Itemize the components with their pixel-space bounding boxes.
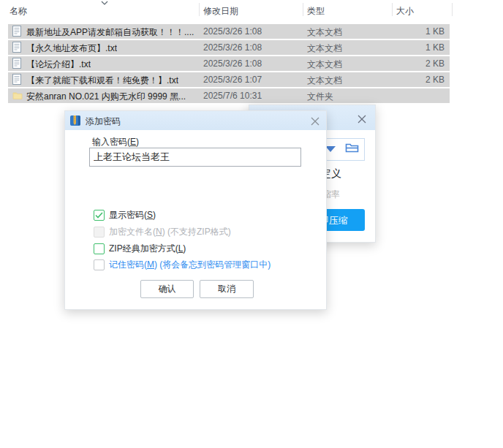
folder-icon: [12, 90, 23, 102]
checkbox-label[interactable]: ZIP经典加密方式(L): [109, 243, 186, 255]
file-size: 2 KB: [374, 58, 445, 69]
checkbox-encrypt-filenames: 加密文件名(N) (不支持ZIP格式): [94, 226, 231, 238]
file-list-header: 名称 修改日期 类型 大小: [0, 0, 503, 19]
file-date: 2025/7/6 10:31: [203, 91, 262, 101]
cancel-button[interactable]: 取消: [200, 280, 254, 298]
text-document-icon: [12, 42, 23, 53]
close-icon[interactable]: [356, 113, 368, 125]
sort-chevron-icon[interactable]: [101, 1, 108, 5]
label-text: 输入密码(: [92, 137, 130, 147]
chevron-down-icon[interactable]: [325, 146, 336, 152]
access-key: E: [130, 137, 136, 147]
password-input-label: 输入密码(E): [92, 136, 139, 148]
add-password-dialog: 添加密码 输入密码(E) 显示密码(S) 加密文件名(N) (不支持ZIP格式)…: [64, 110, 327, 310]
column-separator: [199, 3, 200, 16]
column-separator: [452, 3, 453, 16]
file-row[interactable]: 【论坛介绍】.txt 2025/3/26 1:08 文本文档 2 KB: [8, 56, 450, 71]
file-type: 文本文档: [307, 75, 342, 87]
file-row[interactable]: 【来了就能下载和观看！纯免费！】.txt 2025/3/26 1:07 文本文档…: [8, 72, 450, 87]
column-header-date[interactable]: 修改日期: [203, 5, 238, 18]
file-date: 2025/3/26 1:08: [203, 58, 262, 69]
checkbox-unchecked-icon[interactable]: [94, 243, 105, 254]
checkbox-label: 加密文件名(N) (不支持ZIP格式): [109, 226, 231, 238]
checkbox-label[interactable]: 记住密码(M) (将会备忘到密码管理窗口中): [109, 259, 271, 271]
file-type: 文本文档: [307, 42, 342, 55]
screen: 名称 修改日期 类型 大小 最新地址及APP请发邮箱自动获取！！！.... 20…: [0, 0, 503, 448]
column-header-name[interactable]: 名称: [10, 5, 27, 18]
file-row[interactable]: 【永久地址发布页】.txt 2025/3/26 1:08 文本文档 1 KB: [8, 40, 450, 55]
file-name: 【论坛介绍】.txt: [26, 58, 91, 71]
file-type: 文本文档: [307, 58, 342, 71]
file-size: 2 KB: [374, 75, 445, 85]
file-date: 2025/3/26 1:08: [203, 42, 262, 53]
file-date: 2025/3/26 1:07: [203, 75, 262, 85]
password-input[interactable]: [89, 148, 301, 167]
checkbox-unchecked-icon[interactable]: [94, 259, 105, 270]
file-size: 1 KB: [374, 26, 445, 37]
file-row[interactable]: 最新地址及APP请发邮箱自动获取！！！.... 2025/3/26 1:08 文…: [8, 24, 450, 39]
file-type: 文本文档: [307, 26, 342, 39]
file-name: 【来了就能下载和观看！纯免费！】.txt: [26, 75, 178, 87]
column-header-type[interactable]: 类型: [307, 5, 325, 18]
file-date: 2025/3/26 1:08: [203, 26, 262, 37]
checkbox-disabled-icon: [94, 227, 105, 238]
checkbox-show-password[interactable]: 显示密码(S): [94, 209, 156, 221]
checkbox-zip-classic-encryption[interactable]: ZIP经典加密方式(L): [94, 243, 186, 254]
close-icon[interactable]: [309, 116, 320, 126]
column-separator: [303, 3, 303, 16]
dialog-title: 添加密码: [86, 115, 121, 128]
file-name: 最新地址及APP请发邮箱自动获取！！！....: [26, 26, 194, 39]
file-name: 安然anran NO.021 内购无水印 9999 黑...: [26, 91, 186, 103]
checkbox-remember-password[interactable]: 记住密码(M) (将会备忘到密码管理窗口中): [94, 259, 271, 270]
confirm-button[interactable]: 确认: [140, 280, 194, 298]
checkbox-label[interactable]: 显示密码(S): [109, 209, 156, 221]
text-document-icon: [12, 58, 23, 69]
file-size: 1 KB: [374, 42, 445, 53]
column-header-size[interactable]: 大小: [396, 5, 414, 18]
text-document-icon: [12, 26, 23, 37]
label-text: ): [136, 137, 139, 147]
checkbox-checked-icon[interactable]: [94, 210, 105, 221]
text-document-icon: [12, 74, 23, 86]
file-row[interactable]: 安然anran NO.021 内购无水印 9999 黑... 2025/7/6 …: [8, 88, 450, 103]
browse-folder-icon[interactable]: [345, 142, 359, 153]
archive-zip-icon: [69, 115, 81, 126]
column-separator: [392, 3, 393, 16]
file-name: 【永久地址发布页】.txt: [26, 42, 117, 55]
file-type: 文件夹: [307, 91, 333, 103]
